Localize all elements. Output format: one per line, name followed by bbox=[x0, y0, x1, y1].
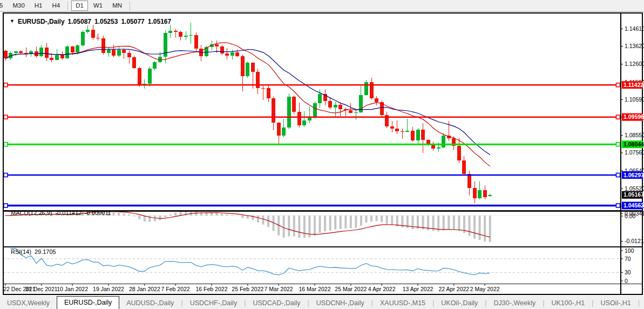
svg-text:1.08550: 1.08550 bbox=[625, 132, 644, 138]
chart-tab-usdcnh-daily[interactable]: USDCNH-,Daily bbox=[309, 298, 371, 309]
toolbar-separator bbox=[67, 2, 68, 10]
horizontal-line-1.06297[interactable] bbox=[4, 173, 621, 177]
svg-text:31 Dec 2021: 31 Dec 2021 bbox=[25, 286, 58, 292]
chart-tab-audusd-daily[interactable]: AUDUSD-,Daily bbox=[119, 298, 181, 309]
svg-text:1.05520: 1.05520 bbox=[625, 185, 644, 192]
timeframe-toolbar: 5M30H1H4D1W1MN bbox=[0, 0, 644, 12]
chart-tab-usoil-h1[interactable]: USOil-,H1 bbox=[594, 298, 638, 309]
chart-tab-ukoil-daily[interactable]: UKOil-,Daily bbox=[434, 298, 485, 309]
price-axis[interactable]: 1.146101.136201.126001.115801.105901.095… bbox=[621, 25, 644, 209]
svg-text:2 May 2022: 2 May 2022 bbox=[470, 286, 500, 292]
svg-text:16 Mar 2022: 16 Mar 2022 bbox=[299, 286, 331, 292]
price-pill-1.04562: 1.04562 bbox=[622, 201, 644, 209]
svg-text:1.13620: 1.13620 bbox=[625, 43, 644, 49]
price-pill-1.11422: 1.11422 bbox=[622, 81, 644, 89]
chart-tab-bar: USDX,WeeklyEURUSD-,DailyAUDUSD-,Daily|US… bbox=[0, 295, 644, 309]
mt4-terminal: 5M30H1H4D1W1MN 1.146101.136201.126001.11… bbox=[0, 0, 644, 309]
horizontal-line-1.04562[interactable] bbox=[4, 204, 621, 207]
svg-text:7 Mar 2022: 7 Mar 2022 bbox=[265, 286, 293, 292]
timeframe-button-MN[interactable]: MN bbox=[108, 1, 126, 11]
chart-tab-usdx-weekly[interactable]: USDX,Weekly bbox=[0, 298, 57, 309]
svg-text:13 Apr 2022: 13 Apr 2022 bbox=[403, 286, 433, 292]
ohlc-low: 1.05077 bbox=[121, 18, 144, 25]
svg-text:1.04562: 1.04562 bbox=[623, 202, 644, 209]
svg-text:-0.012118: -0.012118 bbox=[625, 238, 644, 244]
price-pill-1.09596: 1.09596 bbox=[622, 113, 644, 121]
svg-text:22 Apr 2022: 22 Apr 2022 bbox=[439, 286, 470, 292]
chart-tab-eurusd-daily[interactable]: EURUSD-,Daily bbox=[57, 296, 119, 309]
date-axis[interactable]: 22 Dec 202131 Dec 202110 Jan 202219 Jan … bbox=[3, 284, 500, 292]
chart-canvas[interactable]: 1.146101.136201.126001.115801.105901.095… bbox=[0, 12, 644, 295]
svg-text:0.00: 0.00 bbox=[625, 213, 636, 219]
chart-tab-usdchf-daily[interactable]: USDCHF-,Daily bbox=[183, 298, 245, 309]
rsi-label: RSI(14) 29.1705 bbox=[11, 248, 56, 255]
moving-averages bbox=[5, 43, 490, 166]
svg-text:100: 100 bbox=[625, 247, 634, 254]
timeframe-button-W1[interactable]: W1 bbox=[89, 1, 107, 11]
svg-text:1.10590: 1.10590 bbox=[625, 96, 644, 103]
chart-tab-uk100-h1[interactable]: UK100-,H1 bbox=[544, 298, 592, 309]
svg-text:4 Apr 2022: 4 Apr 2022 bbox=[368, 286, 396, 292]
timeframe-button-H1[interactable]: H1 bbox=[30, 1, 47, 11]
svg-text:1.08044: 1.08044 bbox=[623, 141, 644, 147]
svg-text:25 Mar 2022: 25 Mar 2022 bbox=[335, 286, 367, 292]
chart-symbol: EURUSD-,Daily bbox=[18, 18, 65, 25]
ohlc-open: 1.05087 bbox=[68, 18, 91, 25]
ohlc-high: 1.05253 bbox=[94, 18, 118, 25]
timeframe-button-D1[interactable]: D1 bbox=[71, 1, 88, 11]
svg-text:1.12600: 1.12600 bbox=[625, 61, 644, 67]
chart-tab-hk50-[interactable]: HK50-, bbox=[640, 298, 644, 309]
svg-text:1.14610: 1.14610 bbox=[625, 25, 644, 32]
horizontal-line-1.09596[interactable] bbox=[4, 115, 621, 119]
horizontal-line-1.08044[interactable] bbox=[4, 143, 621, 146]
symbol-dropdown-icon[interactable]: ▼ bbox=[10, 18, 15, 24]
toolbar-separator bbox=[130, 2, 130, 10]
svg-text:28 Jan 2022: 28 Jan 2022 bbox=[129, 286, 160, 292]
svg-text:7 Feb 2022: 7 Feb 2022 bbox=[161, 286, 190, 292]
svg-text:10 Jan 2022: 10 Jan 2022 bbox=[57, 286, 88, 292]
chart-tab-xauusd-m15[interactable]: XAUUSD-,M15 bbox=[373, 298, 432, 309]
chart-tab-usdcad-daily[interactable]: USDCAD-,Daily bbox=[246, 298, 307, 309]
chart-header: ▼ EURUSD-,Daily 1.05087 1.05253 1.05077 … bbox=[10, 18, 171, 25]
panel-borders bbox=[3, 13, 642, 294]
svg-text:19 Jan 2022: 19 Jan 2022 bbox=[93, 286, 124, 292]
macd-panel bbox=[3, 212, 621, 242]
timeframe-button-5[interactable]: 5 bbox=[0, 1, 7, 11]
price-pill-1.08044: 1.08044 bbox=[622, 140, 644, 148]
price-pill-1.06297: 1.06297 bbox=[622, 171, 644, 179]
candlestick-series bbox=[4, 23, 492, 203]
svg-text:25 Feb 2022: 25 Feb 2022 bbox=[232, 286, 263, 292]
svg-text:30: 30 bbox=[625, 269, 631, 276]
svg-text:16 Feb 2022: 16 Feb 2022 bbox=[196, 286, 228, 292]
chart-tab-dj30-weekly[interactable]: DJ30-,Weekly bbox=[487, 298, 543, 309]
price-pill-1.05167: 1.05167 bbox=[622, 191, 644, 199]
horizontal-line-1.11422[interactable] bbox=[4, 83, 621, 87]
timeframe-button-H4[interactable]: H4 bbox=[48, 1, 64, 11]
svg-text:70: 70 bbox=[625, 256, 631, 262]
rsi-name: RSI(14) bbox=[11, 248, 31, 255]
macd-value: -0.011412 bbox=[55, 210, 82, 216]
svg-text:1.07560: 1.07560 bbox=[625, 149, 644, 156]
macd-name: MACD(12,26,9) bbox=[11, 210, 52, 216]
svg-text:0: 0 bbox=[625, 278, 628, 284]
macd-label: MACD(12,26,9) -0.011412 -0.009011 bbox=[11, 210, 111, 216]
svg-text:1.09596: 1.09596 bbox=[623, 113, 644, 120]
rsi-panel bbox=[3, 248, 621, 275]
timeframe-button-M30[interactable]: M30 bbox=[8, 1, 29, 11]
rsi-value: 29.1705 bbox=[35, 248, 56, 255]
svg-text:1.05167: 1.05167 bbox=[623, 191, 644, 198]
svg-text:1.06297: 1.06297 bbox=[623, 172, 644, 178]
ohlc-close: 1.05167 bbox=[148, 18, 171, 25]
chart-window: 1.146101.136201.126001.115801.105901.095… bbox=[0, 12, 644, 295]
macd-signal: -0.009011 bbox=[85, 210, 111, 216]
svg-text:1.11422: 1.11422 bbox=[623, 82, 644, 88]
